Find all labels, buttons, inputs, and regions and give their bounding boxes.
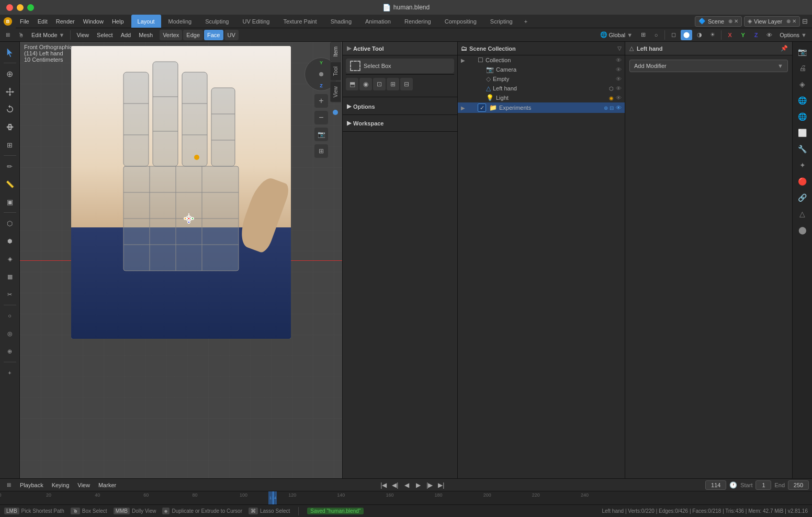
grid-view-btn[interactable]: ⊞ [314,144,328,158]
knife-btn[interactable]: ✂ [2,286,18,303]
tab-shading[interactable]: Shading [324,15,358,28]
x-axis-btn[interactable]: X [724,30,736,40]
snap-btn[interactable]: ⊞ [637,30,649,40]
annotate-btn[interactable]: ✏ [2,158,18,175]
inset-btn[interactable]: ⬢ [2,233,18,249]
experiments-eye[interactable]: 👁 [616,105,622,111]
world-props-btn[interactable]: 🌐 [795,109,810,124]
menu-window[interactable]: Window [79,15,108,28]
tab-sculpting[interactable]: Sculpting [199,15,235,28]
rendered-shading-btn[interactable]: ☀ [707,30,718,40]
select-mode-btn-3[interactable]: ⊡ [373,78,386,90]
select-menu[interactable]: Select [94,30,116,40]
output-props-btn[interactable]: 🖨 [795,60,810,76]
transform-tool-btn[interactable]: ⊞ [2,136,18,153]
z-axis-btn[interactable]: Z [750,30,762,40]
tab-uv-editing[interactable]: UV Editing [236,15,276,28]
view-menu[interactable]: View [73,30,92,40]
menu-edit[interactable]: Edit [33,15,52,28]
tab-modeling[interactable]: Modeling [162,15,198,28]
light-eye[interactable]: 👁 [616,95,622,101]
menu-render[interactable]: Render [52,15,79,28]
close-button[interactable] [6,4,13,11]
play-btn[interactable]: ▶ [413,480,423,490]
menu-help[interactable]: Help [108,15,128,28]
push-pull-btn[interactable]: ⊕ [2,343,18,360]
keying-menu[interactable]: Keying [49,480,73,490]
jump-start-btn[interactable]: |◀ [378,480,389,490]
vertex-btn[interactable]: Vertex [160,30,182,40]
tab-animation[interactable]: Animation [359,15,397,28]
experiments-checkbox[interactable]: ✓ [478,104,486,112]
item-tab[interactable]: Item [330,42,341,61]
blender-logo[interactable]: B [0,15,16,28]
tab-rendering[interactable]: Rendering [398,15,437,28]
prev-keyframe-btn[interactable]: ◀| [390,480,400,490]
scale-tool-btn[interactable] [2,119,18,135]
view-layer-selector[interactable]: ◈ View Layer ⊕ ✕ [744,16,800,27]
tree-item-collection[interactable]: ▶ ☐ Collection 👁 [458,55,625,65]
y-axis-btn[interactable]: Y [737,30,749,40]
viewport-3d[interactable]: Front Orthographic (114) Left hand 10 Ce… [20,42,342,478]
transform-selector[interactable]: 🌐 Global ▼ [597,30,636,40]
constraints-props-btn[interactable]: 🔗 [795,190,810,205]
viewport-icon[interactable]: 🖱 [15,30,27,40]
bevel-btn[interactable]: ◈ [2,250,18,267]
uv-btn[interactable]: UV [224,30,239,40]
add-menu[interactable]: Add [118,30,134,40]
tree-item-lefthand[interactable]: ▶ △ Left hand ⬡ 👁 [458,84,625,93]
wireframe-shading-btn[interactable]: ◻ [668,30,679,40]
particle-props-btn[interactable]: ✦ [795,157,810,173]
current-frame-input[interactable] [705,480,726,490]
modifier-props-btn[interactable]: 🔧 [795,141,810,157]
filter-icon[interactable]: ⊟ [802,17,808,25]
minimize-button[interactable] [17,4,24,11]
zoom-in-btn[interactable]: + [314,94,328,108]
camera-view-btn[interactable]: 📷 [314,128,328,141]
select-mode-btn-1[interactable]: ⬒ [346,78,358,90]
zoom-out-btn[interactable]: − [314,111,328,124]
cursor-tool-btn[interactable]: ⊕ [2,65,18,82]
empty-eye[interactable]: 👁 [616,76,622,82]
tab-texture-paint[interactable]: Texture Paint [277,15,323,28]
rotate-tool-btn[interactable] [2,101,18,118]
select-tool-btn[interactable] [2,44,18,61]
modifier-pin-icon[interactable]: 📌 [781,45,788,52]
tab-layout[interactable]: Layout [131,15,161,28]
data-props-btn[interactable]: △ [795,206,810,222]
next-keyframe-btn[interactable]: |▶ [424,480,435,490]
tree-item-light[interactable]: ▶ 💡 Light ◉ 👁 [458,93,625,102]
object-props-btn[interactable]: ⬜ [795,125,810,141]
timeline-editor-type[interactable]: ⊞ [3,480,15,490]
camera-eye[interactable]: 👁 [616,66,622,73]
move-tool-btn[interactable] [2,83,18,100]
play-reverse-btn[interactable]: ◀ [401,480,412,490]
options-btn[interactable]: Options ▼ [776,30,810,40]
loop-cut-btn[interactable]: ▦ [2,268,18,285]
select-mode-btn-2[interactable]: ◉ [359,78,372,90]
view-tab[interactable]: View [330,82,341,102]
mode-selector[interactable]: Edit Mode ▼ [28,30,67,40]
tool-tab[interactable]: Tool [330,62,341,81]
add-tab-button[interactable]: + [520,15,532,28]
add-modifier-btn[interactable]: Add Modifier ▼ [629,60,788,72]
timeline-ruler[interactable]: 0 20 40 60 80 100 120 140 160 180 200 22… [0,491,812,504]
scene-props-btn[interactable]: 🌐 [795,93,810,108]
perspective-btn[interactable]: 👁 [763,30,775,40]
collection-eye[interactable]: 👁 [616,57,622,63]
mesh-menu[interactable]: Mesh [136,30,156,40]
tree-item-empty[interactable]: ▶ ◇ Empty 👁 [458,74,625,84]
start-frame-input[interactable] [755,480,771,490]
tree-item-experiments[interactable]: ▶ ✓ 📁 Experiments ⊕ ⊟ 👁 [458,102,625,113]
render-props-btn[interactable]: 📷 [795,44,810,60]
select-box-btn[interactable]: Select Box [346,59,454,73]
view-menu-tl[interactable]: View [74,480,93,490]
edge-btn[interactable]: Edge [183,30,203,40]
add-cube-btn[interactable]: ▣ [2,193,18,210]
scene-selector[interactable]: 🔷 Scene ⊕ ✕ [695,16,742,27]
more-tools-btn[interactable]: + [2,364,18,381]
lefthand-eye[interactable]: 👁 [616,85,622,91]
select-mode-btn-5[interactable]: ⊟ [400,78,413,90]
end-frame-input[interactable] [788,480,809,490]
physics-props-btn[interactable]: 🔴 [795,174,810,189]
